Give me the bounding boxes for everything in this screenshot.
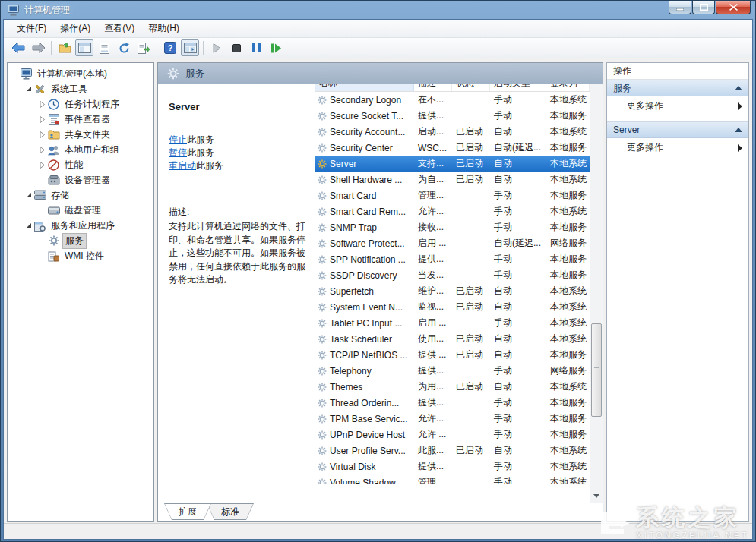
pause-service-button[interactable] [247,39,265,56]
action-item-more-actions[interactable]: 更多操作 [607,138,748,157]
collapse-icon[interactable] [735,86,742,90]
pause-service-link[interactable]: 暂停 [169,147,187,158]
column-header-2[interactable]: 状态 [452,84,490,91]
service-row[interactable]: Smart Card Rem...允许...手动本地系统 [315,203,603,219]
service-name-cell: Security Account... [315,127,414,137]
restart-service-button[interactable] [267,39,285,56]
service-row[interactable]: SSDP Discovery当发...手动本地服务 [315,267,603,283]
column-header-4[interactable]: 登录为 [546,84,590,91]
vertical-scrollbar[interactable] [590,84,603,503]
closed-expander-icon[interactable] [38,147,47,153]
service-row[interactable]: User Profile Serv...此服...已启动自动本地系统 [315,443,603,458]
tree-item-5[interactable]: 本地用户和组 [8,142,153,157]
gear-icon [318,446,327,455]
service-startup-type-cell: 手动 [490,109,546,122]
open-expander-icon[interactable] [24,86,33,92]
tree-item-label: 服务和应用程序 [49,219,117,233]
restart-service-icon [271,43,281,53]
service-row[interactable]: Software Protect...启用 ...自动(延迟...网络服务 [315,235,603,251]
service-row[interactable]: UPnP Device Host允许 ...手动本地服务 [315,427,603,443]
tree-item-12[interactable]: WMI 控件 [8,248,153,263]
gear-icon [318,191,327,200]
tree-item-6[interactable]: 性能 [8,157,153,172]
tree-item-10[interactable]: 服务和应用程序 [8,218,153,233]
service-name: Thread Orderin... [330,398,399,408]
service-row[interactable]: Themes为用...已启动自动本地系统 [315,379,603,395]
service-row[interactable]: System Event N...监视...已启动自动本地系统 [315,299,603,315]
menu-item-3[interactable]: 帮助(H) [141,20,186,37]
tree-item-11[interactable]: 服务 [8,233,153,248]
service-row[interactable]: TPM Base Servic...允许...手动本地服务 [315,411,603,427]
minimize-button[interactable] [669,1,691,14]
export-list-button[interactable] [134,39,153,56]
tree-item-7[interactable]: 设备管理器 [8,172,153,187]
service-status-cell: 已启动 [452,332,490,345]
column-header-0[interactable]: 名称 [315,84,414,91]
action-item-more-actions[interactable]: 更多操作 [607,96,748,115]
service-row[interactable]: Telephony提供...手动网络服务 [315,363,603,379]
export-folder-button[interactable] [55,39,74,56]
service-row[interactable]: Secondary Logon在不...手动本地系统 [315,92,603,108]
tab-扩展[interactable]: 扩展 [164,503,211,520]
start-service-button[interactable] [207,39,226,56]
tree-item-3[interactable]: 事件查看器 [8,112,153,127]
service-row[interactable]: Superfetch维护...已启动自动本地系统 [315,283,603,299]
refresh-button[interactable] [115,39,133,56]
help-button[interactable]: ? [161,39,179,56]
back-button[interactable] [9,39,27,56]
service-row[interactable]: Server支持...已启动自动本地系统 [315,156,603,172]
service-row[interactable]: Task Scheduler使用...已启动自动本地系统 [315,331,603,347]
closed-expander-icon[interactable] [38,101,47,108]
closed-expander-icon[interactable] [38,116,47,123]
menu-item-0[interactable]: 文件(F) [10,20,53,37]
service-row[interactable]: Smart Card管理...手动本地服务 [315,187,603,203]
maximize-button[interactable] [692,1,715,14]
tab-标准[interactable]: 标准 [207,503,254,520]
service-row[interactable]: Virtual Disk提供...手动本地系统 [315,458,603,474]
service-name: Volume Shadow ... [330,477,406,484]
open-expander-icon[interactable] [24,222,33,228]
closed-expander-icon[interactable] [38,131,47,138]
show-console-tree-button[interactable] [75,39,93,56]
service-name: Secondary Logon [330,95,401,106]
service-row[interactable]: Tablet PC Input ...启用 ...手动本地系统 [315,315,603,331]
service-row[interactable]: SNMP Trap接收...手动本地服务 [315,219,603,235]
service-row[interactable]: Secure Socket T...提供...手动本地服务 [315,108,603,124]
service-row[interactable]: Security CenterWSC...已启动自动(延迟...本地服务 [315,140,603,156]
properties-button[interactable] [95,39,113,56]
tree-item-8[interactable]: 存储 [8,187,153,203]
close-button[interactable] [716,1,751,14]
action-section-服务[interactable]: 服务 [607,80,748,96]
service-logon-cell: 本地系统 [546,380,590,393]
menu-item-1[interactable]: 操作(A) [53,20,97,37]
tree-item-9[interactable]: 磁盘管理 [8,203,153,218]
service-action-line-2: 重启动此服务 [169,159,308,172]
stop-service-link[interactable]: 停止 [169,134,187,145]
service-row[interactable]: Thread Orderin...提供...手动本地服务 [315,395,603,411]
scroll-up-button[interactable] [590,84,603,88]
service-row[interactable]: Volume Shadow ...管理...手动本地系统 [315,474,603,484]
tree-item-2[interactable]: 任务计划程序 [8,96,153,112]
collapse-icon[interactable] [735,128,742,132]
service-row[interactable]: Security Account...启动...已启动自动本地系统 [315,124,603,140]
show-action-pane-button[interactable] [181,39,199,56]
tree-item-1[interactable]: 系统工具 [8,81,153,96]
action-section-Server[interactable]: Server [607,121,748,138]
open-expander-icon[interactable] [24,192,33,198]
column-header-1[interactable]: 描述 [414,84,452,91]
tab-label: 扩展 [164,503,211,520]
tree-item-0[interactable]: 计算机管理(本地) [8,66,153,81]
scroll-down-button[interactable] [590,490,603,503]
service-startup-type-cell: 手动 [490,205,546,218]
forward-button[interactable] [29,39,47,56]
scrollbar-thumb[interactable] [591,323,602,418]
service-row[interactable]: TCP/IP NetBIOS ...提供 ...已启动自动本地服务 [315,347,603,363]
stop-service-button[interactable] [227,39,245,56]
service-row[interactable]: SPP Notification ...提供...手动本地服务 [315,251,603,267]
service-row[interactable]: Shell Hardware ...为自...已启动自动本地系统 [315,172,603,187]
column-header-3[interactable]: 启动类型 [490,84,546,91]
tree-item-4[interactable]: 共享文件夹 [8,127,153,142]
restart-service-link[interactable]: 重启动 [169,160,196,171]
menu-item-2[interactable]: 查看(V) [97,20,141,37]
closed-expander-icon[interactable] [38,162,47,169]
